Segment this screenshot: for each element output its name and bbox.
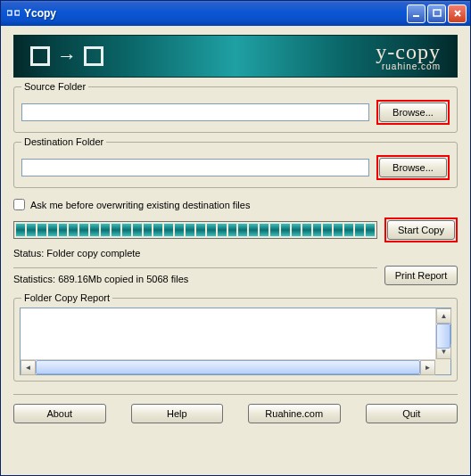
footer-bar: About Help Ruahine.com Quit — [13, 394, 458, 423]
svg-rect-2 — [413, 15, 419, 17]
minimize-button[interactable] — [407, 4, 426, 23]
svg-rect-3 — [434, 10, 441, 16]
destination-browse-button[interactable]: Browse... — [379, 158, 447, 177]
scroll-left-icon[interactable]: ◄ — [21, 360, 36, 375]
about-button[interactable]: About — [13, 404, 106, 423]
destination-folder-group: Destination Folder Browse... — [13, 142, 458, 188]
status-text: Folder copy complete — [46, 248, 140, 259]
horizontal-scrollbar[interactable]: ◄ ► — [21, 359, 435, 374]
help-button[interactable]: Help — [131, 404, 224, 423]
vertical-scroll-thumb[interactable] — [436, 324, 450, 349]
statistics-text: 689.16Mb copied in 5068 files — [58, 274, 188, 284]
destination-folder-label: Destination Folder — [21, 136, 106, 147]
scroll-up-icon[interactable]: ▲ — [436, 308, 451, 324]
status-line: Status: Folder copy complete — [13, 248, 458, 259]
highlight: Start Copy — [384, 217, 458, 242]
ask-overwrite-checkbox[interactable] — [13, 199, 25, 210]
banner-logo: y-copy — [376, 42, 441, 62]
ruahine-button[interactable]: Ruahine.com — [248, 404, 341, 423]
close-button[interactable] — [448, 4, 467, 23]
report-textarea[interactable]: ▲ ▼ ◄ ► — [20, 308, 451, 375]
vertical-scrollbar[interactable]: ▲ ▼ — [435, 308, 450, 359]
source-browse-button[interactable]: Browse... — [379, 103, 447, 122]
source-folder-group: Source Folder Browse... — [13, 86, 458, 133]
svg-rect-0 — [7, 11, 12, 15]
highlight: Browse... — [376, 100, 450, 125]
window-title: Ycopy — [24, 7, 407, 20]
print-report-button[interactable]: Print Report — [384, 266, 458, 285]
progress-bar — [13, 221, 377, 239]
app-icon — [6, 6, 21, 21]
horizontal-scroll-thumb[interactable] — [36, 360, 420, 374]
svg-rect-1 — [15, 11, 20, 15]
source-folder-input[interactable] — [21, 103, 369, 121]
scroll-corner — [435, 359, 450, 374]
highlight: Browse... — [376, 155, 450, 180]
status-label: Status: — [13, 248, 44, 259]
app-window: Ycopy → y-copy ruahine.com Source Folder — [0, 0, 471, 476]
ask-overwrite-label: Ask me before overwriting existing desti… — [30, 200, 250, 210]
titlebar: Ycopy — [1, 1, 470, 26]
report-label: Folder Copy Report — [21, 292, 112, 303]
scroll-right-icon[interactable]: ► — [420, 360, 435, 375]
banner-subtitle: ruahine.com — [376, 62, 441, 71]
banner-copy-icon: → — [30, 45, 103, 68]
report-group: Folder Copy Report ▲ ▼ ◄ ► — [13, 298, 458, 382]
destination-folder-input[interactable] — [21, 159, 369, 176]
start-copy-button[interactable]: Start Copy — [387, 220, 455, 240]
maximize-button[interactable] — [427, 4, 446, 23]
banner: → y-copy ruahine.com — [13, 35, 458, 78]
statistics-line: Statistics: 689.16Mb copied in 5068 file… — [13, 267, 377, 284]
quit-button[interactable]: Quit — [366, 404, 459, 423]
source-folder-label: Source Folder — [21, 81, 88, 92]
statistics-label: Statistics: — [13, 274, 55, 284]
